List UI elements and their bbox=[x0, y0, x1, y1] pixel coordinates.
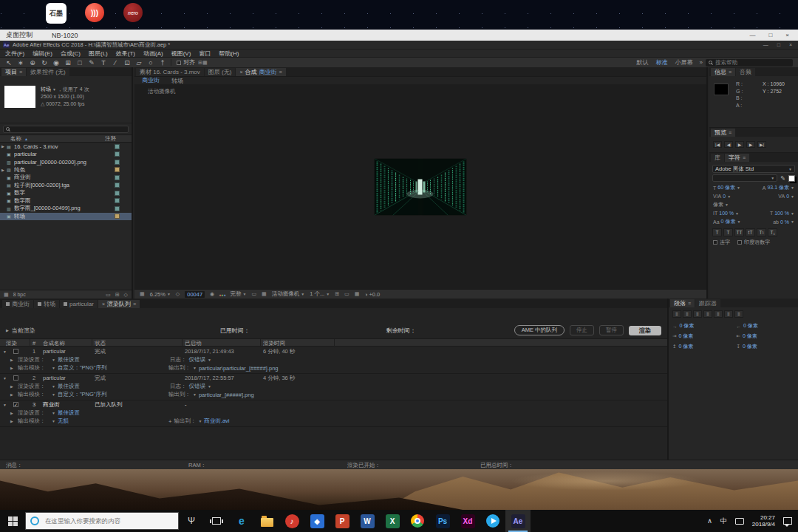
expand-icon[interactable]: ▶ bbox=[10, 419, 13, 423]
menu-item[interactable]: 图层(L) bbox=[89, 50, 108, 58]
vertical-scale-field[interactable]: IT 100 % ▼ bbox=[713, 211, 739, 216]
label-swatch[interactable] bbox=[115, 183, 120, 188]
telegram-icon[interactable] bbox=[480, 510, 505, 532]
resolution-select[interactable]: 完整 ▼ bbox=[231, 290, 247, 298]
dropdown-icon[interactable]: ▼ bbox=[52, 87, 56, 92]
type-tool[interactable]: T bbox=[98, 59, 109, 66]
pixel-aspect-icon[interactable]: ⊞ bbox=[335, 291, 339, 297]
align-button-5[interactable]: ≡ bbox=[724, 310, 733, 318]
type-style-button[interactable]: tT bbox=[746, 228, 755, 236]
close-tab-icon[interactable]: × bbox=[239, 69, 242, 75]
channel-icons[interactable]: ● ● ● bbox=[219, 291, 225, 298]
prev-frame-button[interactable]: ◀ bbox=[724, 141, 733, 148]
always-preview-icon[interactable]: ▦ bbox=[140, 291, 145, 297]
panel-menu-icon[interactable]: ≡ bbox=[729, 69, 732, 75]
camera-tool[interactable]: ◉ bbox=[50, 59, 62, 66]
selection-tool[interactable]: ↖ bbox=[3, 59, 15, 66]
menu-item[interactable]: 效果(T) bbox=[116, 50, 135, 58]
action-center-icon[interactable] bbox=[783, 517, 792, 525]
render-checkbox[interactable] bbox=[13, 349, 18, 354]
render-job-row[interactable]: ▼1particular完成2018/7/17, 21:49:436 分钟, 4… bbox=[0, 348, 667, 356]
expand-icon[interactable]: ▶ bbox=[10, 366, 13, 370]
zoom-tool[interactable]: ⊕ bbox=[27, 59, 38, 66]
mask-visibility-icon[interactable]: ◇ bbox=[176, 291, 180, 297]
output-module-value[interactable]: 自定义："PNG"序列 bbox=[58, 391, 107, 398]
tab-info[interactable]: 信息 ≡ bbox=[711, 68, 735, 76]
dropdown-icon[interactable]: ▼ bbox=[193, 366, 197, 370]
project-item[interactable]: ▣数字雨 bbox=[0, 197, 132, 205]
desktop-icon-shimo[interactable]: 石墨 bbox=[44, 3, 68, 24]
last-frame-button[interactable]: ▶| bbox=[757, 141, 766, 148]
color-depth-label[interactable]: 8 bpc bbox=[13, 292, 26, 297]
horizontal-scale-field[interactable]: T 100 % ▼ bbox=[770, 211, 794, 216]
mic-button[interactable]: Ψ bbox=[179, 510, 204, 532]
align-button-0[interactable]: ≡ bbox=[672, 310, 681, 318]
render-settings-row[interactable]: ▶渲染设置：▼最佳设置日志：仅错误▼ bbox=[0, 383, 667, 391]
indent-field[interactable]: ↥0 像素 bbox=[672, 343, 731, 350]
after-effects-icon[interactable]: Ae bbox=[505, 510, 531, 532]
column-name[interactable]: 名称 ▲ bbox=[0, 135, 105, 143]
viewer-tab[interactable]: ×合成商业街≡ bbox=[236, 68, 285, 76]
dropdown-icon[interactable]: ▼ bbox=[52, 392, 55, 397]
xd-icon[interactable]: Xd bbox=[455, 510, 480, 532]
add-output-module-icon[interactable]: + bbox=[168, 418, 171, 425]
align-button-2[interactable]: ≡ bbox=[693, 310, 702, 318]
font-size-field[interactable]: T 60 像素 ▼ bbox=[713, 184, 740, 191]
output-module-row[interactable]: ▶输出模块：▼无损+输出到：▼商业街.avi bbox=[0, 417, 667, 426]
word-icon[interactable]: W bbox=[355, 510, 380, 532]
clone-stamp-tool[interactable]: ⊡ bbox=[121, 59, 133, 66]
view-select[interactable]: 活动摄像机 ▼ bbox=[272, 290, 304, 298]
font-style-select[interactable]: ▼ bbox=[712, 174, 777, 182]
fill-color-swatch[interactable] bbox=[788, 175, 795, 182]
type-style-button[interactable]: T bbox=[723, 228, 733, 236]
dropdown-icon[interactable]: ▼ bbox=[52, 366, 55, 370]
workspace-标准[interactable]: 标准 bbox=[656, 58, 668, 66]
type-style-button[interactable]: T₁ bbox=[768, 228, 777, 236]
label-swatch[interactable] bbox=[115, 191, 120, 196]
label-swatch[interactable] bbox=[115, 144, 120, 149]
timeline-tab[interactable]: 商业街 bbox=[2, 300, 33, 308]
snapshot-icon[interactable]: ◉ bbox=[210, 291, 214, 297]
new-folder-icon[interactable]: ▭ bbox=[106, 292, 111, 298]
output-path[interactable]: particular_[#####].png bbox=[199, 392, 254, 398]
expand-icon[interactable]: ▶ bbox=[10, 358, 13, 362]
type-style-button[interactable]: TT bbox=[734, 228, 744, 236]
tab-tracker[interactable]: 跟踪器 bbox=[695, 299, 720, 307]
type-style-button[interactable]: T bbox=[712, 228, 722, 236]
delete-icon[interactable]: ◇ bbox=[124, 292, 128, 298]
puppet-tool[interactable]: † bbox=[157, 59, 168, 66]
log-value[interactable]: 仅错误 bbox=[189, 383, 206, 390]
flowchart-icon[interactable]: ▦ bbox=[355, 291, 360, 297]
play-button[interactable]: ▶ bbox=[735, 141, 744, 148]
project-item[interactable]: ▣数字 bbox=[0, 189, 132, 197]
menu-item[interactable]: 窗口 bbox=[199, 50, 211, 58]
input-method-icon[interactable] bbox=[735, 518, 744, 525]
pen-tool[interactable]: ✎ bbox=[86, 59, 98, 66]
tab-audio[interactable]: 音频 bbox=[736, 68, 755, 76]
ae-close-button[interactable]: × bbox=[789, 42, 792, 47]
tab-preview[interactable]: 预览 ≡ bbox=[711, 129, 735, 137]
collapse-icon[interactable]: ▼ bbox=[3, 376, 7, 381]
task-view-button[interactable] bbox=[204, 510, 229, 532]
file-explorer-icon[interactable] bbox=[254, 510, 279, 532]
dropdown-icon[interactable]: ▼ bbox=[208, 384, 211, 389]
workspace-小屏幕[interactable]: 小屏幕 bbox=[675, 58, 693, 66]
dropdown-icon[interactable]: ▼ bbox=[193, 392, 197, 397]
align-button-3[interactable]: ≡ bbox=[703, 310, 712, 318]
collapse-icon[interactable]: ▶ bbox=[6, 328, 9, 332]
ae-maximize-button[interactable]: □ bbox=[777, 42, 780, 47]
label-swatch[interactable] bbox=[115, 198, 120, 203]
indent-field[interactable]: →0 像素 bbox=[672, 322, 731, 330]
tab-libraries[interactable]: 库 bbox=[711, 154, 724, 162]
output-module-value[interactable]: 无损 bbox=[58, 417, 69, 425]
minimize-button[interactable]: — bbox=[749, 32, 755, 38]
panel-menu-icon[interactable]: ≡ bbox=[279, 69, 282, 75]
collapse-icon[interactable]: ▼ bbox=[3, 349, 7, 354]
view-layout-select[interactable]: 1 个... ▼ bbox=[310, 290, 330, 298]
timeline-button-icon[interactable]: ▭ bbox=[344, 291, 349, 297]
menu-item[interactable]: 编辑(E) bbox=[33, 50, 52, 58]
menu-item[interactable]: 视图(V) bbox=[171, 50, 191, 58]
project-item[interactable]: ▶▤16. Cards - 3.mov bbox=[0, 143, 132, 151]
indent-field[interactable]: ⇤0 像素 bbox=[737, 332, 795, 340]
eyedropper-icon[interactable]: ✎ bbox=[780, 175, 785, 182]
